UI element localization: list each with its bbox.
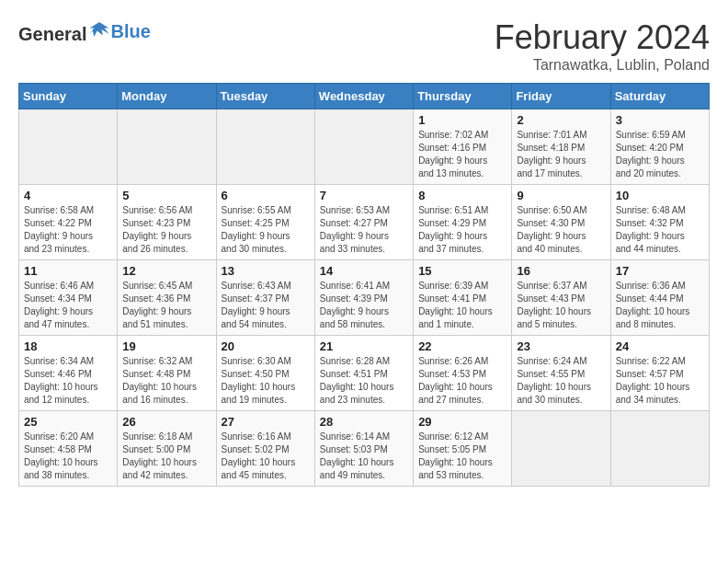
day-info: Sunrise: 6:56 AM Sunset: 4:23 PM Dayligh… <box>122 204 210 256</box>
day-info: Sunrise: 7:01 AM Sunset: 4:18 PM Dayligh… <box>517 129 605 180</box>
day-info: Sunrise: 6:16 AM Sunset: 5:02 PM Dayligh… <box>222 431 310 482</box>
day-info: Sunrise: 6:32 AM Sunset: 4:48 PM Dayligh… <box>122 355 210 407</box>
week-row-3: 11Sunrise: 6:46 AM Sunset: 4:34 PM Dayli… <box>19 260 710 336</box>
calendar-cell: 21Sunrise: 6:28 AM Sunset: 4:51 PM Dayli… <box>314 336 413 411</box>
calendar-cell: 6Sunrise: 6:55 AM Sunset: 4:25 PM Daylig… <box>216 185 314 260</box>
day-info: Sunrise: 7:02 AM Sunset: 4:16 PM Dayligh… <box>418 129 506 180</box>
calendar-cell: 20Sunrise: 6:30 AM Sunset: 4:50 PM Dayli… <box>216 336 314 411</box>
day-number: 12 <box>122 264 210 278</box>
calendar-cell: 12Sunrise: 6:45 AM Sunset: 4:36 PM Dayli… <box>118 260 216 336</box>
calendar-cell: 19Sunrise: 6:32 AM Sunset: 4:48 PM Dayli… <box>118 336 216 411</box>
day-info: Sunrise: 6:37 AM Sunset: 4:43 PM Dayligh… <box>517 280 605 331</box>
calendar-cell: 16Sunrise: 6:37 AM Sunset: 4:43 PM Dayli… <box>512 260 610 336</box>
day-info: Sunrise: 6:12 AM Sunset: 5:05 PM Dayligh… <box>418 431 506 482</box>
day-info: Sunrise: 6:43 AM Sunset: 4:37 PM Dayligh… <box>222 280 310 331</box>
calendar-cell: 8Sunrise: 6:51 AM Sunset: 4:29 PM Daylig… <box>414 185 512 260</box>
calendar-cell: 14Sunrise: 6:41 AM Sunset: 4:39 PM Dayli… <box>314 260 413 336</box>
day-info: Sunrise: 6:53 AM Sunset: 4:27 PM Dayligh… <box>320 204 408 256</box>
calendar-cell: 11Sunrise: 6:46 AM Sunset: 4:34 PM Dayli… <box>19 260 118 336</box>
day-number: 1 <box>418 113 506 127</box>
weekday-header-thursday: Thursday <box>414 84 512 109</box>
calendar-cell: 24Sunrise: 6:22 AM Sunset: 4:57 PM Dayli… <box>610 336 709 411</box>
day-info: Sunrise: 6:30 AM Sunset: 4:50 PM Dayligh… <box>222 355 310 407</box>
calendar-cell <box>19 109 118 185</box>
day-number: 5 <box>122 189 210 202</box>
day-info: Sunrise: 6:55 AM Sunset: 4:25 PM Dayligh… <box>222 204 310 256</box>
calendar-cell <box>512 411 610 487</box>
weekday-header-sunday: Sunday <box>19 84 118 109</box>
day-number: 22 <box>418 339 506 353</box>
week-row-4: 18Sunrise: 6:34 AM Sunset: 4:46 PM Dayli… <box>19 336 710 411</box>
calendar-cell <box>118 109 216 185</box>
day-number: 15 <box>418 264 506 278</box>
day-number: 26 <box>122 415 210 429</box>
calendar-cell: 5Sunrise: 6:56 AM Sunset: 4:23 PM Daylig… <box>118 185 216 260</box>
logo-bird-icon <box>88 18 110 40</box>
day-number: 24 <box>616 339 704 353</box>
day-info: Sunrise: 6:50 AM Sunset: 4:30 PM Dayligh… <box>517 204 605 256</box>
header: General Blue February 2024 Tarnawatka, L… <box>18 18 710 74</box>
day-number: 6 <box>222 189 310 202</box>
location-title: Tarnawatka, Lublin, Poland <box>495 57 710 74</box>
day-number: 25 <box>24 415 112 429</box>
day-info: Sunrise: 6:28 AM Sunset: 4:51 PM Dayligh… <box>320 355 408 407</box>
week-row-5: 25Sunrise: 6:20 AM Sunset: 4:58 PM Dayli… <box>19 411 710 487</box>
day-number: 19 <box>122 339 210 353</box>
day-info: Sunrise: 6:34 AM Sunset: 4:46 PM Dayligh… <box>24 355 112 407</box>
calendar-cell: 26Sunrise: 6:18 AM Sunset: 5:00 PM Dayli… <box>118 411 216 487</box>
calendar-table: SundayMondayTuesdayWednesdayThursdayFrid… <box>18 83 710 487</box>
calendar-cell: 29Sunrise: 6:12 AM Sunset: 5:05 PM Dayli… <box>414 411 512 487</box>
calendar-cell: 1Sunrise: 7:02 AM Sunset: 4:16 PM Daylig… <box>414 109 512 185</box>
weekday-header-wednesday: Wednesday <box>314 84 413 109</box>
day-number: 2 <box>517 113 605 127</box>
day-number: 18 <box>24 339 112 353</box>
month-title: February 2024 <box>495 18 710 57</box>
day-number: 3 <box>616 113 704 127</box>
day-info: Sunrise: 6:20 AM Sunset: 4:58 PM Dayligh… <box>24 431 112 482</box>
day-number: 28 <box>320 415 408 429</box>
day-info: Sunrise: 6:39 AM Sunset: 4:41 PM Dayligh… <box>418 280 506 331</box>
day-info: Sunrise: 6:26 AM Sunset: 4:53 PM Dayligh… <box>418 355 506 407</box>
calendar-cell: 27Sunrise: 6:16 AM Sunset: 5:02 PM Dayli… <box>216 411 314 487</box>
logo: General Blue <box>18 18 151 45</box>
day-number: 29 <box>418 415 506 429</box>
calendar-cell: 4Sunrise: 6:58 AM Sunset: 4:22 PM Daylig… <box>19 185 118 260</box>
day-number: 11 <box>24 264 112 278</box>
weekday-header-row: SundayMondayTuesdayWednesdayThursdayFrid… <box>19 84 710 109</box>
day-number: 13 <box>222 264 310 278</box>
logo-general-text: General <box>18 18 110 45</box>
day-number: 10 <box>616 189 704 202</box>
calendar-cell: 3Sunrise: 6:59 AM Sunset: 4:20 PM Daylig… <box>610 109 709 185</box>
calendar-cell: 13Sunrise: 6:43 AM Sunset: 4:37 PM Dayli… <box>216 260 314 336</box>
day-number: 20 <box>222 339 310 353</box>
calendar-cell: 25Sunrise: 6:20 AM Sunset: 4:58 PM Dayli… <box>19 411 118 487</box>
calendar-cell: 18Sunrise: 6:34 AM Sunset: 4:46 PM Dayli… <box>19 336 118 411</box>
day-number: 27 <box>222 415 310 429</box>
calendar-cell: 22Sunrise: 6:26 AM Sunset: 4:53 PM Dayli… <box>414 336 512 411</box>
weekday-header-friday: Friday <box>512 84 610 109</box>
day-number: 4 <box>24 189 112 202</box>
weekday-header-saturday: Saturday <box>610 84 709 109</box>
logo-text-general: General <box>18 24 86 44</box>
title-area: February 2024 Tarnawatka, Lublin, Poland <box>495 18 710 74</box>
day-number: 21 <box>320 339 408 353</box>
week-row-1: 1Sunrise: 7:02 AM Sunset: 4:16 PM Daylig… <box>19 109 710 185</box>
day-info: Sunrise: 6:36 AM Sunset: 4:44 PM Dayligh… <box>616 280 704 331</box>
day-info: Sunrise: 6:41 AM Sunset: 4:39 PM Dayligh… <box>320 280 408 331</box>
day-info: Sunrise: 6:18 AM Sunset: 5:00 PM Dayligh… <box>122 431 210 482</box>
day-number: 7 <box>320 189 408 202</box>
calendar-cell: 7Sunrise: 6:53 AM Sunset: 4:27 PM Daylig… <box>314 185 413 260</box>
day-info: Sunrise: 6:22 AM Sunset: 4:57 PM Dayligh… <box>616 355 704 407</box>
calendar-cell <box>610 411 709 487</box>
day-number: 9 <box>517 189 605 202</box>
day-number: 8 <box>418 189 506 202</box>
day-info: Sunrise: 6:24 AM Sunset: 4:55 PM Dayligh… <box>517 355 605 407</box>
day-info: Sunrise: 6:58 AM Sunset: 4:22 PM Dayligh… <box>24 204 112 256</box>
day-number: 23 <box>517 339 605 353</box>
calendar-cell <box>314 109 413 185</box>
svg-marker-0 <box>90 22 109 37</box>
day-info: Sunrise: 6:59 AM Sunset: 4:20 PM Dayligh… <box>616 129 704 180</box>
calendar-cell: 28Sunrise: 6:14 AM Sunset: 5:03 PM Dayli… <box>314 411 413 487</box>
day-info: Sunrise: 6:45 AM Sunset: 4:36 PM Dayligh… <box>122 280 210 331</box>
day-info: Sunrise: 6:51 AM Sunset: 4:29 PM Dayligh… <box>418 204 506 256</box>
